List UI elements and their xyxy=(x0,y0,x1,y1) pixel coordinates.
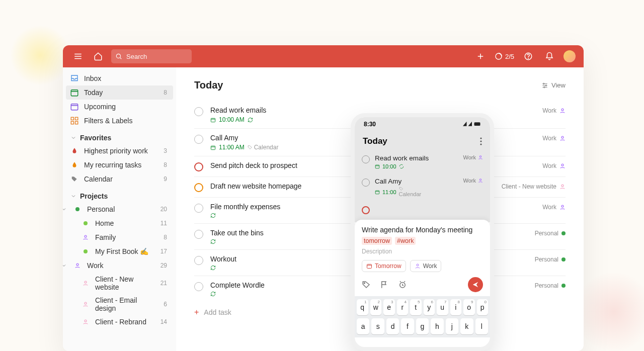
alarm-icon[interactable] xyxy=(398,280,407,289)
keyboard-key[interactable]: r4 xyxy=(397,299,409,315)
quota-text: 2/5 xyxy=(505,53,514,60)
phone-time: 8:30 xyxy=(364,121,376,128)
more-icon[interactable] xyxy=(480,137,482,145)
svg-point-22 xyxy=(76,264,78,266)
phone-task-row[interactable]: Call Amy 11:00 Calendar Work xyxy=(361,173,484,201)
sidebar-project-item[interactable]: Client - Rebrand14 xyxy=(63,315,176,329)
keyboard-key[interactable]: i8 xyxy=(450,299,462,315)
phone-chip-project[interactable]: Work xyxy=(410,260,442,272)
phone-input-title[interactable]: Write agenda for Monday's meeting xyxy=(362,226,483,234)
sidebar-project-item[interactable]: Family8 xyxy=(63,230,176,244)
app-window: Search 2/5 Inbox xyxy=(63,45,584,351)
task-checkbox[interactable] xyxy=(194,183,203,192)
projects-heading[interactable]: Projects xyxy=(63,186,176,202)
phone-tag-date[interactable]: tomorrow xyxy=(362,237,392,245)
keyboard-key[interactable]: f xyxy=(401,318,414,334)
sidebar-project-item[interactable]: Home11 xyxy=(63,216,176,230)
project-count: 17 xyxy=(160,248,169,255)
recur-icon xyxy=(210,291,216,297)
phone-tag-hash[interactable]: #work xyxy=(395,237,416,245)
flag-icon[interactable] xyxy=(380,280,389,289)
keyboard-key[interactable]: s xyxy=(371,318,384,334)
keyboard-key[interactable]: d xyxy=(386,318,399,334)
task-checkbox[interactable] xyxy=(194,135,203,144)
keyboard-key[interactable]: u7 xyxy=(437,299,448,315)
keyboard-key[interactable]: h xyxy=(431,318,443,334)
sidebar-project-item[interactable]: My First Book ✍️17 xyxy=(63,244,176,258)
favorite-count: 8 xyxy=(164,161,169,168)
calendar-icon xyxy=(375,164,380,169)
task-checkbox[interactable] xyxy=(194,282,203,291)
sidebar-project-item[interactable]: Client - Email design6 xyxy=(63,294,176,315)
home-icon[interactable] xyxy=(91,49,105,63)
label-icon[interactable] xyxy=(362,280,371,289)
person-icon xyxy=(415,263,421,269)
svg-point-39 xyxy=(561,185,564,187)
task-checkbox[interactable] xyxy=(194,107,203,116)
keyboard-key[interactable]: p0 xyxy=(477,299,489,315)
task-project[interactable]: Personal xyxy=(535,282,566,289)
task-checkbox[interactable] xyxy=(194,256,203,265)
task-project[interactable]: Work xyxy=(542,107,566,114)
sidebar-item-filters[interactable]: Filters & Labels xyxy=(63,114,176,128)
task-checkbox[interactable] xyxy=(194,230,203,239)
task-project[interactable]: Work xyxy=(542,135,566,142)
task-project[interactable]: Personal xyxy=(535,230,566,237)
bell-icon[interactable] xyxy=(542,49,556,63)
svg-rect-10 xyxy=(71,90,78,96)
phone-task-list: Read work emails 10:00 Work Call Amy 11:… xyxy=(355,150,490,222)
add-icon[interactable] xyxy=(473,49,488,63)
productivity-counter[interactable]: 2/5 xyxy=(495,52,514,60)
favorite-count: 3 xyxy=(164,147,169,154)
keyboard-key[interactable]: j xyxy=(446,318,458,334)
favorites-heading[interactable]: Favorites xyxy=(63,128,176,144)
phone-description-placeholder[interactable]: Description xyxy=(362,248,483,255)
keyboard-key[interactable]: l xyxy=(475,318,488,334)
project-label: Personal xyxy=(87,205,115,213)
task-project[interactable]: Client - New website xyxy=(502,183,566,190)
avatar[interactable] xyxy=(564,50,576,62)
keyboard-key[interactable]: y6 xyxy=(424,299,435,315)
view-button[interactable]: View xyxy=(541,81,566,89)
recur-icon xyxy=(248,117,253,123)
sidebar-item-today[interactable]: Today 8 xyxy=(66,85,173,100)
sidebar-favorite-item[interactable]: Highest priority work3 xyxy=(63,144,176,158)
keyboard-key[interactable]: k xyxy=(460,318,473,334)
project-label: Work xyxy=(87,261,103,270)
help-icon[interactable] xyxy=(521,49,535,63)
keyboard-key[interactable]: o9 xyxy=(463,299,475,315)
keyboard-key[interactable]: g xyxy=(416,318,429,334)
sidebar-item-upcoming[interactable]: Upcoming xyxy=(63,100,176,114)
phone-task-row[interactable]: Read work emails 10:00 Work xyxy=(361,150,484,173)
sidebar-project-item[interactable]: Client - New website21 xyxy=(63,273,176,294)
phone-task-checkbox[interactable] xyxy=(362,179,370,187)
task-project[interactable]: Personal xyxy=(535,256,566,263)
send-button[interactable] xyxy=(468,277,483,292)
svg-point-27 xyxy=(543,83,544,84)
project-count: 21 xyxy=(160,280,169,287)
favorite-icon xyxy=(70,146,79,155)
task-checkbox[interactable] xyxy=(194,204,203,213)
search-input[interactable]: Search xyxy=(111,49,192,63)
keyboard-key[interactable]: q1 xyxy=(357,299,368,315)
phone-task-checkbox[interactable] xyxy=(362,155,370,163)
phone-chip-date[interactable]: Tomorrow xyxy=(362,260,406,272)
calendar-icon xyxy=(210,145,216,150)
keyboard-key[interactable]: e3 xyxy=(383,299,395,315)
sidebar-project-item[interactable]: Personal20 xyxy=(63,202,176,216)
keyboard-key[interactable]: t5 xyxy=(410,299,422,315)
phone-input-sheet: Write agenda for Monday's meeting tomorr… xyxy=(355,219,490,296)
menu-icon[interactable] xyxy=(71,49,85,63)
sidebar-item-inbox[interactable]: Inbox xyxy=(63,71,176,85)
sidebar-favorite-item[interactable]: My recurring tasks8 xyxy=(63,158,176,172)
sidebar-favorite-item[interactable]: Calendar9 xyxy=(63,172,176,186)
task-checkbox[interactable] xyxy=(194,162,203,171)
sidebar-project-item[interactable]: Work29 xyxy=(63,258,176,273)
project-icon xyxy=(81,300,90,309)
task-project[interactable]: Work xyxy=(542,204,566,211)
upcoming-label: Upcoming xyxy=(84,103,116,111)
keyboard-key[interactable]: w2 xyxy=(370,299,382,315)
keyboard-key[interactable]: a xyxy=(357,318,369,334)
plus-icon: + xyxy=(194,308,199,317)
task-project[interactable]: Work xyxy=(542,162,566,169)
